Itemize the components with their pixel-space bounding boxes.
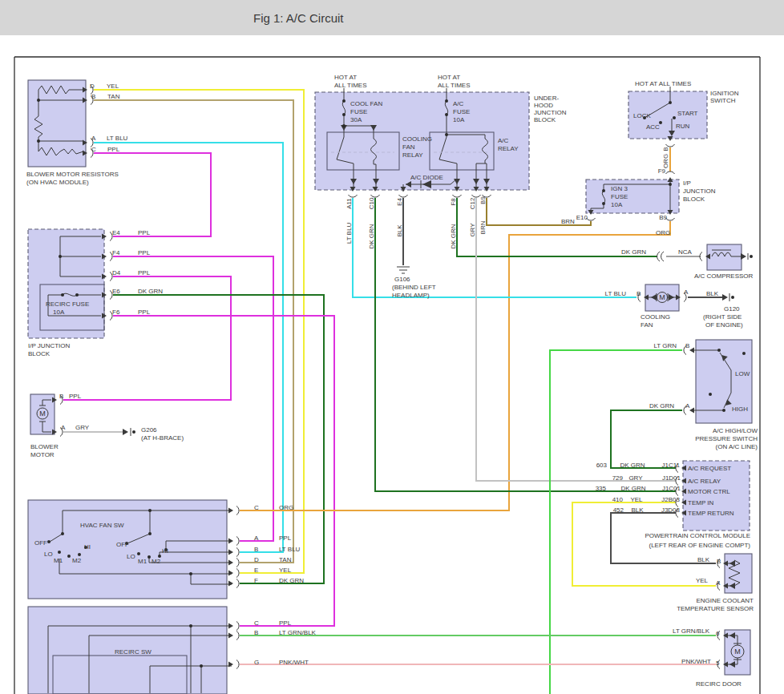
junction-dot <box>189 624 192 627</box>
wire-dkgrn-c10-pcm <box>375 198 676 491</box>
junction-dot <box>78 553 81 556</box>
recirc-door-motor-symbol-letter: M <box>734 648 741 656</box>
inline-connector <box>657 252 660 261</box>
pin-arrow <box>689 408 694 414</box>
pin-connector-arc <box>472 195 481 197</box>
pin-arrow <box>689 348 694 353</box>
pin-connector-arc <box>236 579 239 588</box>
junction-dot <box>722 409 725 412</box>
pin-connector-arc <box>236 660 239 669</box>
junction-dot <box>750 255 753 258</box>
junction-dot <box>61 532 64 535</box>
junction-dot <box>59 255 62 258</box>
pin-connector-arc <box>399 195 408 197</box>
wiring-diagram-page: Fig 1: A/C Circuit MMM DYELBTANALT BLUCP… <box>0 0 784 694</box>
pin-connector-arc <box>717 660 720 669</box>
junction-dot <box>673 116 676 119</box>
arrowhead <box>722 294 728 301</box>
pin-arrow <box>228 560 233 566</box>
junction-dot <box>445 133 448 136</box>
junction-dot <box>148 509 152 512</box>
pin-connector-arc <box>638 293 641 302</box>
pin-connector-arc <box>587 218 596 220</box>
pin-connector-arc <box>717 631 720 640</box>
pin-arrow <box>228 508 233 514</box>
junction-dot <box>669 101 672 104</box>
wire-tan-blower-b <box>94 100 293 563</box>
ignition-switch-box <box>628 91 707 139</box>
pcm-box <box>683 461 750 531</box>
pin-connector-arc <box>676 498 678 507</box>
junction-dot <box>445 99 448 103</box>
junction-dot <box>61 293 64 297</box>
pin-connector-arc <box>91 149 93 158</box>
pin-connector-arc <box>236 622 239 631</box>
pin-connector-arc <box>91 86 93 95</box>
wire-dkgrn-pressure-pcm <box>611 410 682 468</box>
pin-connector-arc <box>236 506 239 515</box>
pin-connector-arc <box>483 195 491 197</box>
pin-connector-arc <box>60 396 63 405</box>
junction-dot <box>47 540 51 543</box>
ip-junction-left-box <box>28 229 104 338</box>
pin-connector-arc <box>700 252 702 261</box>
junction-dot <box>731 296 734 299</box>
pin-arrow <box>228 571 233 576</box>
ac-compressor-box <box>707 244 742 270</box>
junction-dot <box>164 548 168 551</box>
pin-connector-arc <box>453 195 462 197</box>
pin-connector-arc <box>676 464 678 473</box>
pin-connector-arc <box>110 252 112 261</box>
pin-connector-arc <box>684 406 686 415</box>
pin-connector-arc <box>676 487 678 496</box>
pin-connector-arc <box>110 232 112 241</box>
pin-connector-arc <box>60 428 63 437</box>
junction-dot <box>125 542 128 545</box>
pin-arrow <box>228 633 233 639</box>
junction-dot <box>602 202 605 205</box>
junction-dot <box>445 113 448 116</box>
junction-dot <box>200 664 203 668</box>
junction-dot <box>84 546 87 549</box>
junction-dot <box>37 99 40 102</box>
wire-ltgrn-pressure-b <box>550 350 682 694</box>
wire-ppl-f4-hvac-a <box>113 256 273 541</box>
pin-connector-arc <box>717 582 720 591</box>
pin-connector-arc <box>684 346 686 355</box>
pin-connector-arc <box>371 195 380 197</box>
junction-dot <box>342 113 346 116</box>
pin-connector-arc <box>110 272 112 281</box>
pin-connector-arc <box>349 195 358 197</box>
pin-connector-arc <box>236 548 239 557</box>
pin-connector-arc <box>236 537 239 546</box>
junction-dot <box>669 183 672 186</box>
blower-motor-symbol-letter: M <box>39 410 46 418</box>
junction-dot <box>643 116 646 119</box>
pin-connector-arc <box>91 139 93 147</box>
recirc-sw-box <box>28 607 227 694</box>
junction-dot <box>58 551 61 554</box>
pin-connector-arc <box>666 218 675 220</box>
pin-connector-arc <box>236 559 239 567</box>
pin-connector-arc <box>684 293 686 302</box>
inline-connector <box>661 252 664 261</box>
junction-dot <box>189 572 192 575</box>
wire-ltblu-blower-a <box>94 143 283 552</box>
junction-dot <box>659 121 662 124</box>
pin-connector-arc <box>676 509 678 518</box>
junction-dot <box>709 393 712 396</box>
junction-dot <box>717 349 721 352</box>
junction-dot <box>742 352 746 355</box>
pin-connector-arc <box>666 171 675 174</box>
pin-connector-arc <box>110 291 112 300</box>
pin-connector-arc <box>717 559 720 568</box>
junction-dot <box>602 189 605 192</box>
arrowhead <box>741 253 746 260</box>
junction-dot <box>75 293 79 297</box>
junction-dot <box>148 555 151 559</box>
pin-arrow <box>228 623 233 629</box>
wire-brn-ign3 <box>487 198 591 225</box>
junction-dot <box>132 430 135 434</box>
junction-dot <box>137 552 140 555</box>
junction-dot <box>342 124 346 127</box>
